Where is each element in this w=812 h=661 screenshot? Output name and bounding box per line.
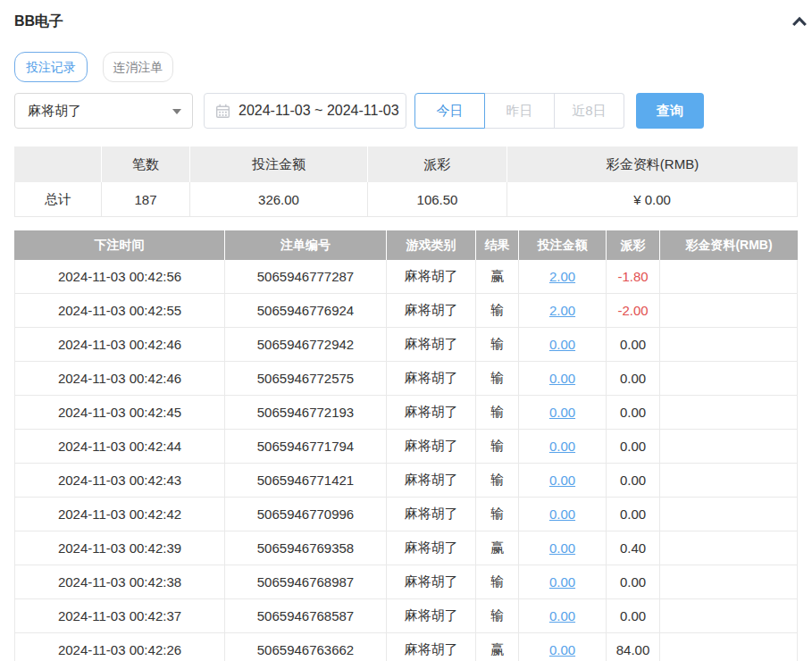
- bonus-cell: [660, 362, 798, 396]
- summary-header-payout: 派彩: [368, 146, 507, 182]
- filter-bar: 麻将胡了 2024-11-03 ~ 2024-: [14, 93, 798, 129]
- panel-header: BB电子: [14, 13, 798, 30]
- result-cell: 赢: [476, 531, 519, 565]
- bet-amount-link[interactable]: 2.00: [549, 269, 575, 284]
- bet-amount-link[interactable]: 0.00: [549, 473, 575, 488]
- bonus-cell: [660, 599, 798, 633]
- bet-amount-link[interactable]: 0.00: [549, 405, 575, 420]
- bet-amount-link[interactable]: 0.00: [549, 439, 575, 454]
- payout-cell: 84.00: [607, 633, 660, 661]
- game-select-value: 麻将胡了: [28, 103, 81, 118]
- tabs: 投注记录 连消注单: [14, 52, 798, 82]
- summary-total-label: 总计: [14, 182, 102, 217]
- summary-table: 笔数 投注金额 派彩 彩金资料(RMB) 总计 187 326.00 106.5…: [14, 146, 798, 217]
- order-id-cell: 5065946771794: [225, 430, 387, 464]
- bet-time-cell: 2024-11-03 00:42:43: [14, 464, 225, 498]
- quick-range-group: 今日 昨日 近8日: [414, 93, 624, 129]
- bonus-cell: [660, 633, 798, 661]
- bet-amount-cell: 0.00: [519, 531, 607, 565]
- bonus-cell: [660, 396, 798, 430]
- game-type-cell: 麻将胡了: [387, 464, 476, 498]
- collapse-button[interactable]: [790, 14, 809, 29]
- order-id-cell: 5065946771421: [225, 464, 387, 498]
- table-row: 2024-11-03 00:42:375065946768587麻将胡了输0.0…: [14, 599, 798, 633]
- order-id-cell: 5065946776924: [225, 294, 387, 328]
- records-header-bonus: 彩金资料(RMB): [660, 230, 798, 260]
- bet-amount-cell: 0.00: [519, 565, 607, 599]
- result-cell: 输: [476, 294, 519, 328]
- payout-cell: 0.00: [607, 430, 660, 464]
- bonus-cell: [660, 565, 798, 599]
- bet-time-cell: 2024-11-03 00:42:56: [14, 260, 225, 294]
- game-select[interactable]: 麻将胡了: [14, 93, 193, 129]
- bet-time-cell: 2024-11-03 00:42:39: [14, 531, 225, 565]
- payout-cell: 0.00: [607, 599, 660, 633]
- result-cell: 输: [476, 599, 519, 633]
- table-row: 2024-11-03 00:42:265065946763662麻将胡了赢0.0…: [14, 633, 798, 661]
- order-id-cell: 5065946772193: [225, 396, 387, 430]
- summary-header-blank: [14, 146, 102, 182]
- summary-total-row: 总计 187 326.00 106.50 ¥ 0.00: [14, 182, 798, 217]
- table-row: 2024-11-03 00:42:435065946771421麻将胡了输0.0…: [14, 464, 798, 498]
- table-row: 2024-11-03 00:42:445065946771794麻将胡了输0.0…: [14, 430, 798, 464]
- bet-amount-cell: 0.00: [519, 498, 607, 531]
- calendar-icon: [215, 104, 230, 119]
- bet-amount-link[interactable]: 0.00: [549, 371, 575, 386]
- game-type-cell: 麻将胡了: [387, 396, 476, 430]
- result-cell: 输: [476, 362, 519, 396]
- records-table: 下注时间 注单编号 游戏类别 结果 投注金额 派彩 彩金资料(RMB) 2024…: [14, 230, 798, 661]
- today-button[interactable]: 今日: [414, 93, 485, 129]
- result-cell: 输: [476, 328, 519, 362]
- records-body: 2024-11-03 00:42:565065946777287麻将胡了赢2.0…: [14, 260, 798, 661]
- game-type-cell: 麻将胡了: [387, 565, 476, 599]
- payout-cell: 0.00: [607, 328, 660, 362]
- tab-cancelled-orders[interactable]: 连消注单: [103, 52, 173, 82]
- game-type-cell: 麻将胡了: [387, 430, 476, 464]
- date-range-value: 2024-11-03 ~ 2024-11-03: [239, 103, 399, 119]
- bonus-cell: [660, 464, 798, 498]
- bet-amount-cell: 2.00: [519, 260, 607, 294]
- records-header-bet-amount: 投注金额: [519, 230, 607, 260]
- table-row: 2024-11-03 00:42:425065946770996麻将胡了输0.0…: [14, 498, 798, 531]
- payout-cell: 0.00: [607, 362, 660, 396]
- yesterday-button[interactable]: 昨日: [485, 93, 555, 129]
- bet-amount-cell: 0.00: [519, 633, 607, 661]
- result-cell: 赢: [476, 260, 519, 294]
- search-button[interactable]: 查询: [636, 93, 704, 129]
- tab-bet-records[interactable]: 投注记录: [14, 52, 88, 82]
- last-8-days-button[interactable]: 近8日: [555, 93, 624, 129]
- summary-total-payout: 106.50: [368, 182, 507, 217]
- payout-cell: 0.00: [607, 464, 660, 498]
- bet-amount-cell: 0.00: [519, 362, 607, 396]
- bet-amount-link[interactable]: 2.00: [549, 303, 575, 318]
- result-cell: 输: [476, 396, 519, 430]
- bet-amount-link[interactable]: 0.00: [549, 506, 575, 522]
- bonus-cell: [660, 294, 798, 328]
- summary-header-bonus: 彩金资料(RMB): [507, 146, 798, 182]
- bet-amount-link[interactable]: 0.00: [549, 574, 575, 590]
- table-row: 2024-11-03 00:42:455065946772193麻将胡了输0.0…: [14, 396, 798, 430]
- bet-amount-cell: 0.00: [519, 396, 607, 430]
- bet-amount-link[interactable]: 0.00: [549, 337, 575, 352]
- bet-amount-cell: 0.00: [519, 599, 607, 633]
- records-header-row: 下注时间 注单编号 游戏类别 结果 投注金额 派彩 彩金资料(RMB): [14, 230, 798, 260]
- bet-amount-link[interactable]: 0.00: [549, 642, 575, 657]
- order-id-cell: 5065946770996: [225, 498, 387, 531]
- game-type-cell: 麻将胡了: [387, 633, 476, 661]
- bet-time-cell: 2024-11-03 00:42:37: [14, 599, 225, 633]
- game-type-cell: 麻将胡了: [387, 328, 476, 362]
- bet-amount-cell: 0.00: [519, 464, 607, 498]
- bonus-cell: [660, 328, 798, 362]
- page-title: BB电子: [14, 13, 798, 30]
- payout-cell: -1.80: [607, 260, 660, 294]
- order-id-cell: 5065946768587: [225, 599, 387, 633]
- bet-time-cell: 2024-11-03 00:42:42: [14, 498, 225, 531]
- bet-amount-link[interactable]: 0.00: [549, 608, 575, 623]
- date-range-input[interactable]: 2024-11-03 ~ 2024-11-03: [204, 93, 406, 129]
- summary-total-bet-amount: 326.00: [190, 182, 368, 217]
- order-id-cell: 5065946769358: [225, 531, 387, 565]
- bet-time-cell: 2024-11-03 00:42:38: [14, 565, 225, 599]
- chevron-up-icon: [791, 16, 808, 27]
- table-row: 2024-11-03 00:42:465065946772942麻将胡了输0.0…: [14, 328, 798, 362]
- bet-amount-link[interactable]: 0.00: [549, 540, 575, 556]
